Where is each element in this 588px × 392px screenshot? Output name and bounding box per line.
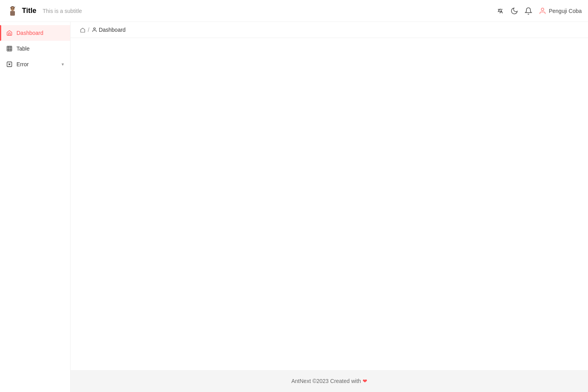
app-footer: AntNext ©2023 Created with ❤ <box>71 370 588 392</box>
translate-icon[interactable] <box>496 7 504 15</box>
sidebar-label-dashboard: Dashboard <box>16 30 64 36</box>
main-content: / Dashboard AntNext ©2023 Created with ❤ <box>71 22 588 392</box>
theme-icon[interactable] <box>510 7 518 15</box>
footer-heart: ❤ <box>363 378 367 384</box>
app-layout: Dashboard Table <box>0 22 588 392</box>
breadcrumb-separator: / <box>88 27 89 33</box>
logo[interactable]: ✦ Title This is a subtitle <box>6 5 82 17</box>
svg-point-5 <box>541 8 544 11</box>
username: Penguji Coba <box>549 8 582 14</box>
header-actions: Penguji Coba <box>496 7 582 15</box>
sidebar: Dashboard Table <box>0 22 71 392</box>
page-body <box>71 38 588 293</box>
svg-point-3 <box>13 8 14 9</box>
error-icon <box>6 61 13 67</box>
sidebar-label-error: Error <box>16 61 58 67</box>
svg-text:✦: ✦ <box>14 5 16 8</box>
sidebar-label-table: Table <box>16 45 64 52</box>
sidebar-item-error[interactable]: Error ▾ <box>0 56 70 72</box>
svg-rect-0 <box>10 11 15 16</box>
breadcrumb-home[interactable] <box>80 27 85 33</box>
sidebar-item-table[interactable]: Table <box>0 41 70 56</box>
svg-point-14 <box>94 28 96 30</box>
app-subtitle: This is a subtitle <box>43 8 82 14</box>
notification-icon[interactable] <box>524 7 532 15</box>
user-avatar-icon <box>539 7 546 15</box>
footer-text: AntNext ©2023 Created with <box>291 378 361 384</box>
app-title: Title <box>22 7 36 15</box>
chevron-down-icon: ▾ <box>62 62 64 67</box>
svg-point-2 <box>11 8 12 9</box>
breadcrumb-user-icon <box>92 27 97 33</box>
content-area: / Dashboard <box>71 22 588 370</box>
logo-icon: ✦ <box>6 5 19 17</box>
table-icon <box>6 45 13 52</box>
breadcrumb-label: Dashboard <box>99 27 126 33</box>
user-menu[interactable]: Penguji Coba <box>539 7 582 15</box>
svg-rect-6 <box>7 46 12 51</box>
sidebar-item-dashboard[interactable]: Dashboard <box>0 25 70 41</box>
breadcrumb: / Dashboard <box>71 22 588 38</box>
breadcrumb-current: Dashboard <box>92 27 126 33</box>
home-icon <box>6 30 13 36</box>
app-header: ✦ Title This is a subtitle <box>0 0 588 22</box>
